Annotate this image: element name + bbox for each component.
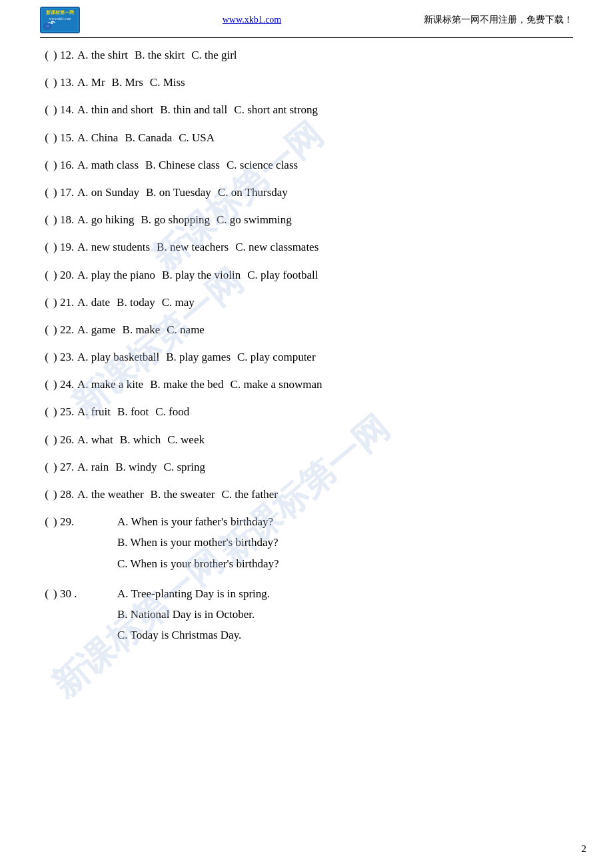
q-option-q16-0: A. math class <box>77 156 139 174</box>
svg-text:www.xkb1.com: www.xkb1.com <box>49 17 71 21</box>
header-url: www.xkb1.com <box>223 15 282 25</box>
paren-left-q15: ( <box>40 129 53 147</box>
logo-area: 新课标第一网 www.xkb1.com <box>40 7 80 33</box>
paren-left-q25: ( <box>40 403 53 421</box>
q-option-q13-1: B. Mrs <box>112 73 143 91</box>
q-content-q26: A. whatB. whichC. week <box>77 431 573 449</box>
q-content-q21: A. dateB. todayC. may <box>77 293 573 311</box>
paren-left-q14: ( <box>40 101 53 119</box>
question-row-17: () 17.A. on SundayB. on TuesdayC. on Thu… <box>40 183 573 201</box>
q-content-q16: A. math classB. Chinese classC. science … <box>77 156 573 174</box>
paren-left-q27: ( <box>40 458 53 476</box>
q-number-q18: ) 18. <box>53 211 77 229</box>
q-option-q19-1: B. new teachers <box>157 238 229 256</box>
q-line-q29-1: B. When is your mother's birthday? <box>77 533 573 551</box>
question-row-25: () 25.A. fruitB. footC. food <box>40 403 573 421</box>
q-content-q15: A. ChinaB. CanadaC. USA <box>77 129 573 147</box>
q-line-q29-0: A. When is your father's birthday? <box>77 513 573 531</box>
question-row-16: () 16.A. math classB. Chinese classC. sc… <box>40 156 573 174</box>
question-row-28: () 28.A. the weatherB. the sweaterC. the… <box>40 485 573 503</box>
q-number-q27: ) 27. <box>53 458 77 476</box>
q-option-q28-1: B. the sweater <box>151 485 215 503</box>
q-line-q30-2: C. Today is Christmas Day. <box>77 626 573 644</box>
paren-left-q24: ( <box>40 375 53 393</box>
q-content-q13: A. MrB. MrsC. Miss <box>77 73 573 91</box>
paren-left-q30: ( <box>40 585 53 603</box>
paren-left-q18: ( <box>40 211 53 229</box>
q-line-q30-1: B. National Day is in October. <box>77 605 573 623</box>
svg-text:新课标第一网: 新课标第一网 <box>46 9 74 15</box>
question-row-20: () 20.A. play the pianoB. play the violi… <box>40 266 573 284</box>
q-content-q28: A. the weatherB. the sweaterC. the fathe… <box>77 485 573 503</box>
q-number-q17: ) 17. <box>53 183 77 201</box>
q-option-q20-1: B. play the violin <box>162 266 241 284</box>
svg-point-5 <box>45 25 50 29</box>
q-number-q15: ) 15. <box>53 129 77 147</box>
q-option-q18-1: B. go shopping <box>141 211 209 229</box>
q-number-q12: ) 12. <box>53 46 77 64</box>
q-option-q17-0: A. on Sunday <box>77 183 139 201</box>
q-option-q17-1: B. on Tuesday <box>146 183 211 201</box>
q-option-q18-2: C. go swimming <box>217 211 292 229</box>
paren-left-q23: ( <box>40 348 53 366</box>
q-option-q14-2: C. short ant strong <box>234 101 318 119</box>
paren-left-q26: ( <box>40 431 53 449</box>
paren-left-q19: ( <box>40 238 53 256</box>
q-option-q23-1: B. play games <box>166 348 231 366</box>
q-content-q20: A. play the pianoB. play the violinC. pl… <box>77 266 573 284</box>
q-option-q12-2: C. the girl <box>191 46 237 64</box>
question-row-22: () 22.A. gameB. makeC. name <box>40 321 573 339</box>
paren-left-q28: ( <box>40 485 53 503</box>
question-row-27: () 27.A. rainB. windyC. spring <box>40 458 573 476</box>
q-option-q22-0: A. game <box>77 321 116 339</box>
q-option-q28-2: C. the father <box>221 485 278 503</box>
paren-left-q16: ( <box>40 156 53 174</box>
q-option-q22-1: B. make <box>123 321 161 339</box>
paren-left-q17: ( <box>40 183 53 201</box>
q-option-q20-0: A. play the piano <box>77 266 155 284</box>
logo-box: 新课标第一网 www.xkb1.com <box>40 7 80 33</box>
question-row-30: () 30 .A. Tree-planting Day is in spring… <box>40 585 573 647</box>
q-option-q13-0: A. Mr <box>77 73 105 91</box>
q-content-q22: A. gameB. makeC. name <box>77 321 573 339</box>
q-content-q29: A. When is your father's birthday?B. Whe… <box>77 513 573 575</box>
q-option-q17-2: C. on Thursday <box>218 183 288 201</box>
q-option-q23-2: C. play computer <box>237 348 316 366</box>
q-line-q30-0: A. Tree-planting Day is in spring. <box>77 585 573 603</box>
q-number-q30: ) 30 . <box>53 585 77 603</box>
q-option-q25-0: A. fruit <box>77 403 111 421</box>
q-option-q24-0: A. make a kite <box>77 375 143 393</box>
q-number-q25: ) 25. <box>53 403 77 421</box>
q-number-q23: ) 23. <box>53 348 77 366</box>
q-option-q24-1: B. make the bed <box>150 375 223 393</box>
q-number-q16: ) 16. <box>53 156 77 174</box>
question-row-26: () 26.A. whatB. whichC. week <box>40 431 573 449</box>
q-option-q25-1: B. foot <box>117 403 149 421</box>
q-option-q24-2: C. make a snowman <box>231 375 322 393</box>
q-option-q21-0: A. date <box>77 293 110 311</box>
page-number: 2 <box>582 843 587 855</box>
q-option-q15-0: A. China <box>77 129 118 147</box>
q-option-q27-1: B. windy <box>115 458 157 476</box>
paren-left-q13: ( <box>40 73 53 91</box>
page-header: 新课标第一网 www.xkb1.com www.xkb1.com 新课标第一网不… <box>40 7 573 38</box>
q-option-q21-2: C. may <box>162 293 195 311</box>
q-content-q12: A. the shirtB. the skirtC. the girl <box>77 46 573 64</box>
header-slogan: 新课标第一网不用注册，免费下载！ <box>424 14 573 26</box>
q-option-q18-0: A. go hiking <box>77 211 134 229</box>
q-option-q15-1: B. Canada <box>125 129 172 147</box>
q-content-q24: A. make a kiteB. make the bedC. make a s… <box>77 375 573 393</box>
question-row-19: () 19.A. new studentsB. new teachersC. n… <box>40 238 573 256</box>
q-line-q29-2: C. When is your brother's birthday? <box>77 555 573 573</box>
q-content-q14: A. thin and shortB. thin and tallC. shor… <box>77 101 573 119</box>
q-number-q20: ) 20. <box>53 266 77 284</box>
q-content-q23: A. play basketballB. play gamesC. play c… <box>77 348 573 366</box>
paren-left-q20: ( <box>40 266 53 284</box>
question-row-21: () 21.A. dateB. todayC. may <box>40 293 573 311</box>
q-option-q27-0: A. rain <box>77 458 109 476</box>
questions-container: () 12.A. the shirtB. the skirtC. the gir… <box>40 46 573 647</box>
q-option-q16-1: B. Chinese class <box>145 156 220 174</box>
q-content-q27: A. rainB. windyC. spring <box>77 458 573 476</box>
paren-left-q29: ( <box>40 513 53 531</box>
q-number-q22: ) 22. <box>53 321 77 339</box>
